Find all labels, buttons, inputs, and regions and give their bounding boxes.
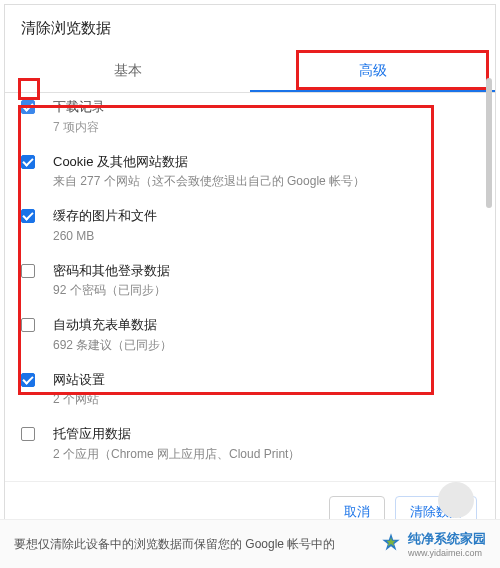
item-title: 下载记录 <box>53 97 479 117</box>
logo-icon <box>378 531 404 557</box>
list-item: Cookie 及其他网站数据 来自 277 个网站（这不会致使您退出自己的 Go… <box>21 144 479 199</box>
dialog-title: 清除浏览数据 <box>5 5 495 52</box>
item-title: 托管应用数据 <box>53 424 479 444</box>
scrollbar[interactable] <box>486 78 492 398</box>
footer-logo: 纯净系统家园 www.yidaimei.com <box>378 530 486 558</box>
item-title: 网站设置 <box>53 370 479 390</box>
checkbox[interactable] <box>21 100 35 114</box>
checkbox[interactable] <box>21 373 35 387</box>
checkbox[interactable] <box>21 209 35 223</box>
list-item: 下载记录 7 项内容 <box>21 89 479 144</box>
item-sub: 7 项内容 <box>53 118 479 136</box>
item-title: 缓存的图片和文件 <box>53 206 479 226</box>
list-item: 缓存的图片和文件 260 MB <box>21 198 479 253</box>
item-sub: 2 个应用（Chrome 网上应用店、Cloud Print） <box>53 445 479 463</box>
item-sub: 260 MB <box>53 227 479 245</box>
footer-text: 要想仅清除此设备中的浏览数据而保留您的 Google 帐号中的 <box>14 536 335 553</box>
footer: 要想仅清除此设备中的浏览数据而保留您的 Google 帐号中的 纯净系统家园 w… <box>0 519 500 568</box>
decoration-icon <box>438 482 474 518</box>
tabs: 基本 高级 <box>5 52 495 93</box>
checkbox[interactable] <box>21 427 35 441</box>
item-sub: 92 个密码（已同步） <box>53 281 479 299</box>
content-area: 下载记录 7 项内容 Cookie 及其他网站数据 来自 277 个网站（这不会… <box>5 89 495 471</box>
checkbox[interactable] <box>21 264 35 278</box>
item-title: 密码和其他登录数据 <box>53 261 479 281</box>
brand-url: www.yidaimei.com <box>408 548 486 558</box>
list-item: 网站设置 2 个网站 <box>21 362 479 417</box>
item-title: 自动填充表单数据 <box>53 315 479 335</box>
tab-advanced[interactable]: 高级 <box>250 52 495 92</box>
item-sub: 692 条建议（已同步） <box>53 336 479 354</box>
scrollbar-thumb[interactable] <box>486 78 492 208</box>
item-title: Cookie 及其他网站数据 <box>53 152 479 172</box>
list-item: 托管应用数据 2 个应用（Chrome 网上应用店、Cloud Print） <box>21 416 479 471</box>
list-item: 密码和其他登录数据 92 个密码（已同步） <box>21 253 479 308</box>
item-sub: 来自 277 个网站（这不会致使您退出自己的 Google 帐号） <box>53 172 479 190</box>
brand-name: 纯净系统家园 <box>408 530 486 548</box>
list-item: 自动填充表单数据 692 条建议（已同步） <box>21 307 479 362</box>
item-sub: 2 个网站 <box>53 390 479 408</box>
checkbox[interactable] <box>21 318 35 332</box>
checkbox[interactable] <box>21 155 35 169</box>
tab-basic[interactable]: 基本 <box>5 52 250 92</box>
